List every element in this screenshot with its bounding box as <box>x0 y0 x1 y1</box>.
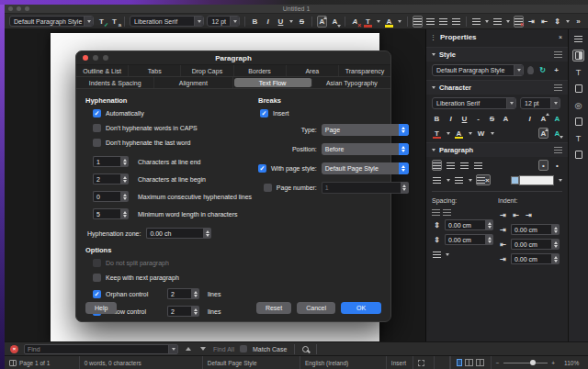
stepper[interactable] <box>551 239 560 250</box>
gallery-deck-icon[interactable] <box>572 83 584 95</box>
word-count-item[interactable]: 0 words, 0 characters <box>80 356 203 369</box>
superscript-icon[interactable]: A <box>538 128 548 139</box>
ordered-list-menu-icon[interactable] <box>505 16 511 28</box>
sidebar-style-combo[interactable]: Default Paragraph Style <box>432 64 524 76</box>
page-style-item[interactable]: Default Page Style <box>203 356 300 369</box>
tab-alignment[interactable]: Alignment <box>154 77 232 88</box>
unordered-list-menu-icon[interactable] <box>484 16 490 28</box>
new-style-icon[interactable]: + <box>551 65 561 76</box>
keep-with-next-checkbox[interactable] <box>93 274 101 282</box>
style-section-header[interactable]: Style <box>426 47 568 62</box>
find-previous-icon[interactable] <box>184 347 193 351</box>
paragraph-color-field[interactable] <box>511 175 554 185</box>
chevron-down-icon[interactable] <box>550 98 560 108</box>
spacing-preset2-icon[interactable] <box>443 209 451 216</box>
switch-indent-icon[interactable]: ⇥ <box>524 209 534 220</box>
bold-icon[interactable]: B <box>432 113 442 124</box>
language-item[interactable]: English (Ireland) <box>300 356 387 369</box>
underline-menu-icon[interactable] <box>288 16 294 28</box>
insert-break-checkbox[interactable]: ✓ <box>260 109 268 117</box>
first-line-indent-spinner[interactable]: 0.00 cm <box>511 253 560 264</box>
spacing-icon[interactable]: I <box>525 113 535 124</box>
zoom-in-icon[interactable]: + <box>551 360 555 366</box>
cancel-button[interactable]: Cancel <box>297 302 335 314</box>
max-hyphen-lines-value[interactable]: 0 <box>93 191 120 202</box>
new-style-icon[interactable]: Ta <box>109 16 119 28</box>
tab-asian-typography[interactable]: Asian Typography <box>313 77 390 88</box>
unordered-list-icon[interactable] <box>471 16 481 28</box>
subscript-icon[interactable]: A <box>552 128 562 139</box>
chevron-down-icon[interactable] <box>194 17 203 26</box>
help-button[interactable]: Help <box>85 302 117 314</box>
stepper[interactable] <box>551 224 560 235</box>
single-page-view-icon[interactable] <box>457 359 462 366</box>
space-below-value[interactable]: 0.00 cm <box>445 234 485 245</box>
case-rotate-icon[interactable]: W <box>476 128 486 139</box>
stepper[interactable] <box>191 288 199 299</box>
stepper[interactable] <box>120 156 129 167</box>
style-inspector-deck-icon[interactable]: T <box>572 132 584 144</box>
ltr-direction-icon[interactable]: • <box>538 160 548 171</box>
tab-text-flow[interactable]: Text Flow <box>234 78 312 87</box>
ordered-list-icon[interactable] <box>454 174 464 185</box>
subscript-icon[interactable]: A <box>330 16 340 28</box>
paragraph-section-header[interactable]: Paragraph <box>426 142 568 157</box>
after-text-indent-value[interactable]: 0.00 cm <box>511 239 551 250</box>
paragraph-spacing-menu-icon[interactable] <box>565 16 571 28</box>
no-list-icon[interactable]: × <box>514 16 524 28</box>
unordered-list-menu-icon[interactable] <box>446 174 450 185</box>
font-color-menu-icon[interactable] <box>446 128 450 139</box>
chevron-down-icon[interactable] <box>230 17 239 26</box>
update-style-icon[interactable]: ↻ <box>537 65 548 76</box>
chars-line-begin-value[interactable]: 2 <box>93 173 120 184</box>
multi-page-view-icon[interactable] <box>465 359 473 366</box>
align-right-icon[interactable] <box>438 16 448 28</box>
stepper[interactable] <box>120 173 129 184</box>
chars-line-end-spinner[interactable]: 1 <box>93 156 129 167</box>
page-style-dropdown[interactable]: Default Page Style <box>322 162 409 174</box>
section-menu-icon[interactable] <box>554 147 562 153</box>
stepper[interactable] <box>551 253 560 264</box>
decrease-indent-icon[interactable]: ⇤ <box>539 16 549 28</box>
align-justify-icon[interactable] <box>473 160 483 171</box>
decrease-size-icon[interactable]: A <box>552 113 562 124</box>
strikethrough-icon[interactable]: S <box>487 113 497 124</box>
strikethrough-icon[interactable]: S <box>297 16 307 28</box>
ok-button[interactable]: OK <box>341 302 381 314</box>
after-text-indent-spinner[interactable]: 0.00 cm <box>511 239 560 250</box>
navigator-deck-icon[interactable]: ◎ <box>572 99 584 111</box>
find-input[interactable] <box>25 345 168 353</box>
automatically-checkbox[interactable]: ✓ <box>93 109 101 117</box>
sidebar-settings-icon[interactable] <box>572 33 584 45</box>
increase-indent-icon[interactable]: ⇥ <box>526 16 537 28</box>
break-type-dropdown[interactable]: Page <box>322 124 409 136</box>
chars-line-end-value[interactable]: 1 <box>93 156 120 167</box>
section-menu-icon[interactable] <box>554 84 562 91</box>
min-word-length-value[interactable]: 5 <box>93 208 120 219</box>
page-count-item[interactable]: Page 1 of 1 <box>5 356 80 369</box>
increase-size-icon[interactable]: A <box>538 113 548 124</box>
no-caps-checkbox[interactable] <box>93 124 101 132</box>
chars-line-begin-spinner[interactable]: 2 <box>93 173 129 184</box>
stepper[interactable] <box>485 219 493 230</box>
break-position-dropdown[interactable]: Before <box>322 143 409 155</box>
fill-format-icon[interactable] <box>527 66 534 74</box>
find-next-icon[interactable] <box>198 347 208 351</box>
update-style-icon[interactable]: T✓ <box>96 16 107 28</box>
styles-deck-icon[interactable]: T <box>572 66 584 78</box>
tab-tabs[interactable]: Tabs <box>129 65 181 76</box>
search-icon[interactable] <box>302 346 309 352</box>
italic-icon[interactable]: I <box>446 113 456 124</box>
tab-borders[interactable]: Borders <box>234 65 287 76</box>
section-menu-icon[interactable] <box>554 51 562 58</box>
bold-icon[interactable]: B <box>250 16 260 28</box>
chevron-down-icon[interactable] <box>84 17 93 26</box>
tab-drop-caps[interactable]: Drop Caps <box>181 65 233 76</box>
orphan-control-checkbox[interactable]: ✓ <box>93 290 101 298</box>
stepper[interactable] <box>203 228 211 239</box>
character-section-header[interactable]: Character <box>426 80 568 95</box>
chevron-down-icon[interactable] <box>168 345 177 353</box>
space-above-value[interactable]: 0.00 cm <box>445 219 485 230</box>
paragraph-background-icon[interactable]: × <box>476 174 491 185</box>
highlight-color-icon[interactable]: A <box>384 16 394 28</box>
